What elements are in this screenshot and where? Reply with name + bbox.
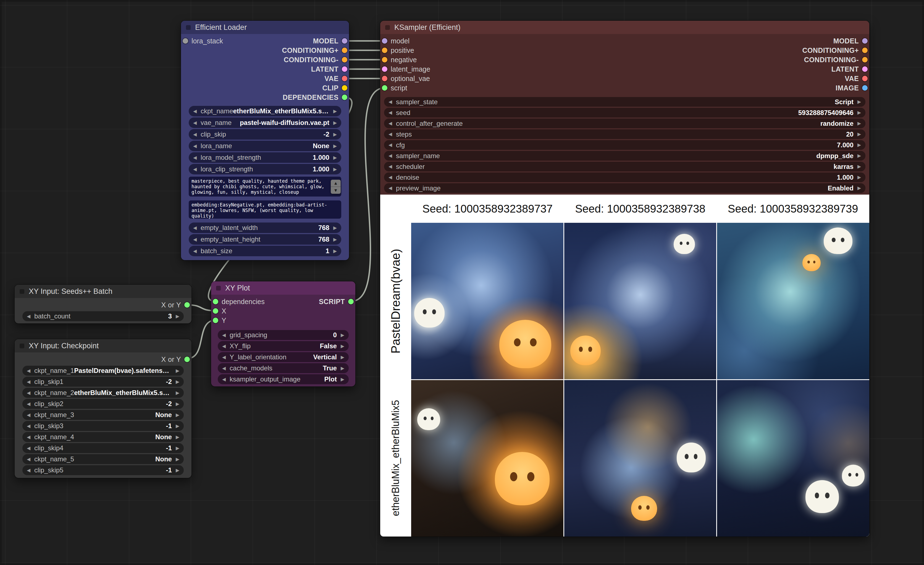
decrement-arrow-icon[interactable]: ◀ bbox=[27, 434, 30, 440]
decrement-arrow-icon[interactable]: ◀ bbox=[388, 131, 392, 137]
increment-arrow-icon[interactable]: ▶ bbox=[333, 237, 337, 242]
increment-arrow-icon[interactable]: ▶ bbox=[341, 343, 344, 349]
output-dot-conditioning-plus[interactable] bbox=[342, 48, 347, 53]
input-slot-script[interactable]: script bbox=[382, 84, 407, 92]
output-dot-script[interactable] bbox=[348, 299, 354, 304]
widget-clip-skip5[interactable]: ◀ clip_skip5 -1 ▶ bbox=[22, 465, 184, 475]
increment-arrow-icon[interactable]: ▶ bbox=[857, 110, 861, 116]
output-slot-vae[interactable]: VAE bbox=[845, 75, 868, 83]
widget-ksampler-output-image[interactable]: ◀ ksampler_output_image Plot ▶ bbox=[218, 374, 349, 384]
output-slot-model[interactable]: MODEL bbox=[313, 37, 347, 45]
node-xy-plot[interactable]: XY Plot dependencies SCRIPT X Y bbox=[211, 281, 356, 386]
widget-xy-flip[interactable]: ◀ XY_flip False ▶ bbox=[218, 341, 349, 351]
output-dot-dependencies[interactable] bbox=[342, 95, 347, 100]
decrement-arrow-icon[interactable]: ◀ bbox=[193, 143, 197, 149]
decrement-arrow-icon[interactable]: ◀ bbox=[27, 379, 30, 385]
input-slot-model[interactable]: model bbox=[382, 37, 410, 45]
widget-batch-size[interactable]: ◀ batch_size 1 ▶ bbox=[189, 246, 341, 256]
increment-arrow-icon[interactable]: ▶ bbox=[176, 368, 179, 374]
collapse-toggle-icon[interactable] bbox=[385, 25, 390, 30]
input-slot-y[interactable]: Y bbox=[213, 317, 226, 325]
increment-arrow-icon[interactable]: ▶ bbox=[176, 456, 179, 462]
node-xy-input-checkpoint[interactable]: XY Input: Checkpoint X or Y ◀ ckpt_name_… bbox=[15, 339, 192, 478]
increment-arrow-icon[interactable]: ▶ bbox=[176, 467, 179, 473]
increment-arrow-icon[interactable]: ▶ bbox=[176, 314, 179, 319]
decrement-arrow-icon[interactable]: ◀ bbox=[193, 248, 197, 254]
output-slot-latent[interactable]: LATENT bbox=[831, 65, 868, 73]
increment-arrow-icon[interactable]: ▶ bbox=[857, 142, 861, 148]
widget-ckpt-name-2[interactable]: ◀ ckpt_name_2 etherBluMix_etherBluMix5.s… bbox=[22, 388, 184, 398]
widget-ckpt-name-3[interactable]: ◀ ckpt_name_3 None ▶ bbox=[22, 410, 184, 420]
output-slot-image[interactable]: IMAGE bbox=[836, 84, 868, 92]
scroll-down-icon[interactable]: ▼ bbox=[331, 186, 341, 194]
decrement-arrow-icon[interactable]: ◀ bbox=[388, 185, 392, 191]
widget-clip-skip1[interactable]: ◀ clip_skip1 -2 ▶ bbox=[22, 377, 184, 387]
increment-arrow-icon[interactable]: ▶ bbox=[857, 174, 861, 180]
widget-lora-name[interactable]: ◀ lora_name None ▶ bbox=[189, 141, 341, 151]
increment-arrow-icon[interactable]: ▶ bbox=[176, 412, 179, 418]
increment-arrow-icon[interactable]: ▶ bbox=[333, 155, 337, 161]
decrement-arrow-icon[interactable]: ◀ bbox=[388, 153, 392, 159]
input-dot-negative[interactable] bbox=[382, 57, 387, 63]
decrement-arrow-icon[interactable]: ◀ bbox=[388, 110, 392, 116]
output-slot-x-or-y[interactable]: X or Y bbox=[161, 356, 190, 364]
node-xy-input-seeds-batch[interactable]: XY Input: Seeds++ Batch X or Y ◀ batch_c… bbox=[15, 285, 192, 323]
widget-empty-latent-height[interactable]: ◀ empty_latent_height 768 ▶ bbox=[189, 234, 341, 245]
increment-arrow-icon[interactable]: ▶ bbox=[857, 164, 861, 170]
increment-arrow-icon[interactable]: ▶ bbox=[333, 248, 337, 254]
increment-arrow-icon[interactable]: ▶ bbox=[341, 365, 344, 371]
increment-arrow-icon[interactable]: ▶ bbox=[176, 423, 179, 429]
decrement-arrow-icon[interactable]: ◀ bbox=[27, 390, 30, 396]
decrement-arrow-icon[interactable]: ◀ bbox=[388, 174, 392, 180]
node-efficient-loader[interactable]: Efficient Loader lora_stack MODEL CONDIT… bbox=[181, 21, 349, 260]
widget-preview-image[interactable]: ◀ preview_image Enabled ▶ bbox=[384, 183, 866, 193]
xy-plot-header[interactable]: XY Plot bbox=[211, 281, 356, 295]
output-dot-model[interactable] bbox=[862, 38, 868, 44]
widget-ckpt-name-5[interactable]: ◀ ckpt_name_5 None ▶ bbox=[22, 454, 184, 464]
increment-arrow-icon[interactable]: ▶ bbox=[333, 167, 337, 172]
output-dot-latent[interactable] bbox=[862, 66, 868, 72]
widget-ckpt-name-1[interactable]: ◀ ckpt_name_1 PastelDream(bvae).safetens… bbox=[22, 366, 184, 376]
input-slot-lora-stack[interactable]: lora_stack bbox=[183, 37, 223, 45]
output-dot-x-or-y[interactable] bbox=[184, 356, 190, 362]
node-ksampler-efficient[interactable]: KSampler (Efficient) model MODEL positiv… bbox=[380, 21, 869, 536]
widget-y-label-orientation[interactable]: ◀ Y_label_orientation Vertical ▶ bbox=[218, 352, 349, 362]
decrement-arrow-icon[interactable]: ◀ bbox=[193, 155, 197, 161]
collapse-toggle-icon[interactable] bbox=[20, 289, 24, 294]
decrement-arrow-icon[interactable]: ◀ bbox=[222, 332, 226, 338]
decrement-arrow-icon[interactable]: ◀ bbox=[193, 108, 197, 114]
decrement-arrow-icon[interactable]: ◀ bbox=[193, 225, 197, 231]
decrement-arrow-icon[interactable]: ◀ bbox=[388, 99, 392, 105]
output-dot-conditioning-minus[interactable] bbox=[862, 57, 868, 63]
input-slot-positive[interactable]: positive bbox=[382, 47, 414, 54]
output-dot-image[interactable] bbox=[862, 85, 868, 91]
increment-arrow-icon[interactable]: ▶ bbox=[857, 99, 861, 105]
decrement-arrow-icon[interactable]: ◀ bbox=[388, 164, 392, 170]
input-dot-positive[interactable] bbox=[382, 48, 387, 53]
output-dot-vae[interactable] bbox=[862, 76, 868, 81]
widget-seed[interactable]: ◀ seed 593288875409646 ▶ bbox=[384, 108, 866, 117]
decrement-arrow-icon[interactable]: ◀ bbox=[27, 314, 30, 319]
efficient-loader-header[interactable]: Efficient Loader bbox=[181, 21, 349, 34]
checkpoint-header[interactable]: XY Input: Checkpoint bbox=[15, 339, 192, 352]
decrement-arrow-icon[interactable]: ◀ bbox=[193, 132, 197, 137]
increment-arrow-icon[interactable]: ▶ bbox=[176, 445, 179, 451]
input-dot-latent-image[interactable] bbox=[382, 66, 387, 72]
widget-cache-models[interactable]: ◀ cache_models True ▶ bbox=[218, 363, 349, 373]
decrement-arrow-icon[interactable]: ◀ bbox=[27, 412, 30, 418]
output-slot-vae[interactable]: VAE bbox=[324, 75, 347, 83]
decrement-arrow-icon[interactable]: ◀ bbox=[222, 355, 226, 360]
output-slot-x-or-y[interactable]: X or Y bbox=[161, 301, 190, 309]
widget-lora-model-strength[interactable]: ◀ lora_model_strength 1.000 ▶ bbox=[189, 152, 341, 163]
seeds-batch-header[interactable]: XY Input: Seeds++ Batch bbox=[15, 285, 192, 298]
output-dot-model[interactable] bbox=[342, 38, 347, 44]
collapse-toggle-icon[interactable] bbox=[186, 25, 190, 30]
widget-ckpt-name-4[interactable]: ◀ ckpt_name_4 None ▶ bbox=[22, 432, 184, 442]
increment-arrow-icon[interactable]: ▶ bbox=[341, 355, 344, 360]
decrement-arrow-icon[interactable]: ◀ bbox=[27, 467, 30, 473]
collapse-toggle-icon[interactable] bbox=[216, 286, 221, 290]
decrement-arrow-icon[interactable]: ◀ bbox=[27, 423, 30, 429]
input-dot-lora-stack[interactable] bbox=[183, 38, 188, 44]
input-dot-script[interactable] bbox=[382, 85, 387, 91]
widget-denoise[interactable]: ◀ denoise 1.000 ▶ bbox=[384, 173, 866, 182]
